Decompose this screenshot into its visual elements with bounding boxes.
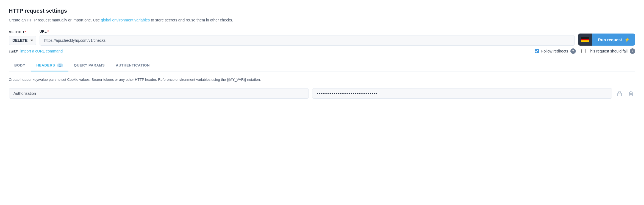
flag-icon (578, 34, 592, 46)
headers-badge: 1 (57, 63, 63, 67)
curl-row: curl:// import a cURL command Follow red… (9, 48, 635, 54)
header-key-input[interactable] (9, 88, 309, 99)
request-should-fail-group: This request should fail ? (581, 48, 635, 54)
svg-rect-0 (618, 93, 621, 96)
tab-headers[interactable]: HEADERS 1 (31, 60, 68, 71)
tab-authentication[interactable]: AUTHENTICATION (110, 60, 155, 71)
method-required-star: * (25, 30, 26, 34)
curl-right: Follow redirects ? This request should f… (535, 48, 635, 54)
method-label: METHOD* (9, 30, 36, 34)
global-env-vars-link[interactable]: global environment variables (101, 18, 150, 22)
request-should-fail-label[interactable]: This request should fail (588, 49, 628, 53)
run-button-label: Run request ⚡ (592, 34, 635, 46)
header-row (9, 88, 635, 99)
headers-description: Create header key/value pairs to set Coo… (9, 77, 635, 83)
page-title: HTTP request settings (9, 8, 635, 14)
request-should-fail-checkbox[interactable] (581, 49, 586, 53)
import-curl-link[interactable]: import a cURL command (20, 49, 63, 53)
tab-query-params[interactable]: QUERY PARAMS (68, 60, 110, 71)
lock-icon-button[interactable] (615, 89, 624, 98)
tabs-row: BODY HEADERS 1 QUERY PARAMS AUTHENTICATI… (9, 60, 635, 71)
page-description: Create an HTTP request manually or impor… (9, 17, 635, 23)
trash-icon (629, 91, 634, 96)
curl-logo: curl:// (9, 49, 18, 53)
url-field-group: URL* (40, 30, 575, 46)
curl-left: curl:// import a cURL command (9, 49, 63, 53)
bolt-icon: ⚡ (624, 37, 630, 42)
follow-redirects-help-icon[interactable]: ? (570, 48, 576, 54)
url-required-star: * (47, 30, 49, 34)
run-request-button[interactable]: Run request ⚡ (578, 34, 635, 46)
follow-redirects-label[interactable]: Follow redirects (541, 49, 568, 53)
run-button-group: Run request ⚡ (578, 34, 635, 46)
header-value-input[interactable] (312, 88, 612, 99)
tab-body[interactable]: BODY (9, 60, 31, 71)
lock-icon (617, 91, 622, 96)
request-should-fail-help-icon[interactable]: ? (630, 48, 635, 54)
follow-redirects-checkbox[interactable] (535, 49, 539, 53)
delete-header-button[interactable] (627, 89, 635, 98)
method-select[interactable]: DELETE GET POST PUT PATCH HEAD OPTIONS (9, 36, 36, 45)
method-field-group: METHOD* DELETE GET POST PUT PATCH HEAD O… (9, 30, 36, 45)
follow-redirects-group: Follow redirects ? (535, 48, 576, 54)
method-url-row: METHOD* DELETE GET POST PUT PATCH HEAD O… (9, 30, 635, 46)
url-input[interactable] (40, 35, 575, 46)
url-label: URL* (40, 30, 575, 34)
